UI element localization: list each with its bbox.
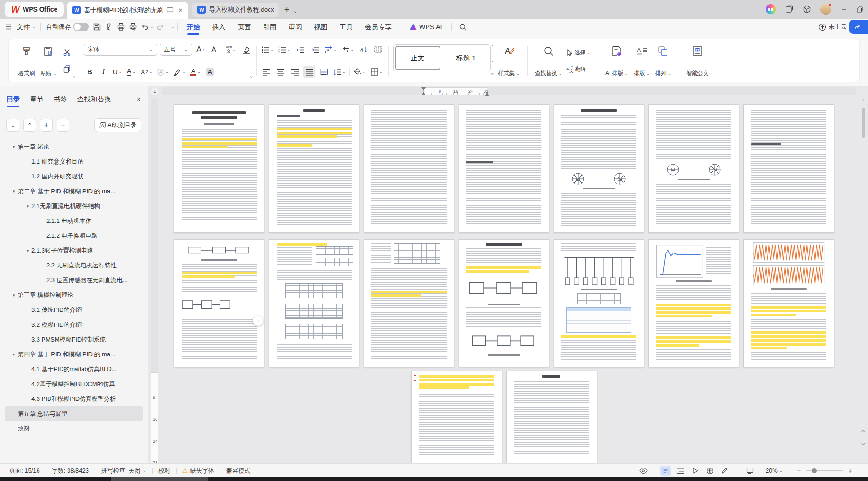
- line-spacing-button[interactable]: ⌄: [332, 66, 347, 78]
- shading-bucket-icon[interactable]: ⌄: [352, 66, 367, 78]
- missing-font-warning[interactable]: ⚠缺失字体: [176, 467, 220, 475]
- arrange-button[interactable]: 排列⌄: [653, 43, 674, 78]
- minimize-icon[interactable]: [841, 6, 847, 13]
- page-thumbnail[interactable]: [554, 104, 644, 233]
- toc-item[interactable]: 2.2 无刷直流电机运行特性: [5, 258, 143, 273]
- share-button[interactable]: [849, 20, 868, 34]
- menu-视图[interactable]: 视图: [308, 19, 333, 35]
- ai-assistant-icon[interactable]: [766, 4, 776, 14]
- fit-window-icon[interactable]: [744, 466, 755, 476]
- doc-tab-active[interactable]: W 基于模糊PID控制实现的无刷 ✕: [67, 2, 188, 19]
- decrease-indent-icon[interactable]: [294, 44, 306, 56]
- copy-icon[interactable]: [61, 63, 73, 75]
- page-view-icon[interactable]: [660, 466, 671, 476]
- menu-WPS AI[interactable]: WPS AI: [404, 19, 448, 35]
- style-scroll-down-icon[interactable]: ⌄: [491, 58, 495, 63]
- horizontal-ruler[interactable]: 8162432: [162, 87, 856, 95]
- style-scroll-up-icon[interactable]: ⌃: [491, 45, 495, 49]
- outline-view-icon[interactable]: [675, 466, 686, 476]
- next-page-icon[interactable]: ︾: [860, 442, 867, 452]
- toc-item[interactable]: 1.1 研究意义和目的: [5, 154, 143, 169]
- toc-item[interactable]: ▼2.1无刷直流电机硬件结构: [5, 199, 143, 214]
- font-name-select[interactable]: 宋体⌄: [84, 44, 157, 56]
- zoom-out-button[interactable]: −: [795, 467, 803, 475]
- menu-插入[interactable]: 插入: [206, 19, 232, 35]
- style-more-icon[interactable]: ≡: [491, 72, 495, 76]
- print-icon[interactable]: [115, 21, 127, 33]
- select-button[interactable]: 选择⌄: [566, 49, 591, 57]
- zoom-level[interactable]: 20%⌄: [766, 467, 783, 474]
- page-thumbnail[interactable]: [554, 239, 644, 367]
- compatibility-mode[interactable]: 兼容模式: [220, 467, 256, 475]
- page-thumbnail[interactable]: [648, 104, 739, 233]
- phonetic-guide-icon[interactable]: wén文⌄: [225, 44, 238, 56]
- toc-item[interactable]: 2.1.1 电动机本体: [5, 214, 143, 228]
- align-right-icon[interactable]: [289, 66, 301, 78]
- page-thumbnail[interactable]: [459, 239, 549, 367]
- justify-icon[interactable]: [303, 66, 315, 78]
- toc-item[interactable]: ▼第一章 绪论: [5, 139, 143, 154]
- page-thumbnail[interactable]: [459, 104, 549, 233]
- toc-zoom-in-button[interactable]: +: [40, 119, 53, 132]
- style-normal[interactable]: 正文: [395, 46, 440, 70]
- toc-collapse-all-button[interactable]: ⌃: [23, 119, 36, 132]
- doc-tab-inactive[interactable]: W 导入模糊文件教程.docx: [192, 3, 278, 17]
- char-border-button[interactable]: A⌄: [126, 66, 138, 78]
- sort-icon[interactable]: A: [358, 44, 370, 56]
- zoom-slider[interactable]: [806, 470, 843, 471]
- user-avatar[interactable]: [820, 4, 831, 15]
- increase-indent-icon[interactable]: [308, 44, 321, 56]
- save-icon[interactable]: [91, 21, 103, 33]
- undo-chevron-icon[interactable]: ⌄: [151, 25, 155, 29]
- new-tab-button[interactable]: +: [284, 5, 289, 15]
- decrease-font-icon[interactable]: A−: [210, 44, 222, 56]
- toc-item[interactable]: ▼第三章 模糊控制理论: [5, 288, 143, 303]
- cut-icon[interactable]: [61, 46, 73, 58]
- first-line-indent-marker[interactable]: [421, 87, 426, 91]
- monitor-icon[interactable]: [166, 7, 174, 13]
- dialog-launcher-icon[interactable]: ↘: [249, 75, 252, 79]
- menu-页面[interactable]: 页面: [232, 19, 257, 35]
- web-view-icon[interactable]: [704, 466, 716, 476]
- scroll-up-icon[interactable]: ⌃: [861, 99, 866, 105]
- toc-expand-arrow-icon[interactable]: ▼: [10, 353, 18, 357]
- toc-item[interactable]: 3.3 PMSM模糊PID控制系统: [5, 332, 143, 347]
- bold-button[interactable]: B: [84, 66, 96, 78]
- page-thumbnail[interactable]: [269, 239, 359, 367]
- format-painter-button[interactable]: 格式刷: [15, 43, 38, 78]
- sidebar-tab-查找和替换[interactable]: 查找和替换: [77, 95, 111, 104]
- layout-button[interactable]: A 排版⌄: [631, 43, 653, 78]
- sidebar-tab-章节[interactable]: 章节: [30, 95, 44, 104]
- close-tab-icon[interactable]: ✕: [177, 7, 183, 13]
- font-color-button[interactable]: A⌄: [189, 66, 202, 78]
- toc-expand-arrow-icon[interactable]: ▼: [24, 249, 31, 253]
- page-thumbnail[interactable]: [648, 239, 739, 367]
- bullet-list-button[interactable]: ⌄: [260, 44, 275, 56]
- toc-item[interactable]: 2.1.2 电子换相电路: [5, 228, 143, 243]
- toc-item[interactable]: ▼第二章 基于 PID 和模糊 PID 的 ma...: [5, 184, 143, 199]
- left-indent-marker[interactable]: [421, 92, 426, 95]
- toc-item[interactable]: 4.2基于模糊控制BLDCM的仿真: [5, 377, 143, 392]
- scrollbar-thumb[interactable]: [862, 108, 865, 138]
- page-grid-icon[interactable]: [372, 44, 384, 56]
- page-indicator[interactable]: 页面: 15/16: [9, 467, 46, 475]
- italic-button[interactable]: I: [98, 66, 110, 78]
- document-canvas[interactable]: L 8162432 8162432 › ⌃ ︽ ︾: [148, 86, 868, 463]
- style-set-button[interactable]: A 样式集⌄: [495, 43, 522, 78]
- toc-item[interactable]: 第五章 总结与展望: [5, 406, 143, 421]
- sidebar-tab-目录[interactable]: 目录: [6, 95, 20, 104]
- toc-item[interactable]: ▼2.1.3转子位置检测电路: [5, 243, 143, 258]
- ai-layout-button[interactable]: AI 排版⌄: [603, 43, 631, 78]
- toc-item[interactable]: 致谢: [5, 421, 143, 436]
- dialog-launcher-icon[interactable]: ↘: [72, 75, 76, 79]
- toc-item[interactable]: 1.2 国内外研究现状: [5, 169, 143, 184]
- previous-page-icon[interactable]: ︽: [860, 427, 867, 437]
- menu-审阅[interactable]: 审阅: [283, 19, 308, 35]
- style-heading1[interactable]: 标题 1: [442, 45, 490, 71]
- tab-list-chevron-icon[interactable]: ⌄: [293, 8, 297, 14]
- page-thumbnail[interactable]: [364, 104, 454, 233]
- toc-item[interactable]: 4.1 基于PID的matlab仿真BLD...: [5, 362, 143, 377]
- quickbar-chevron-icon[interactable]: ⌄: [171, 25, 175, 29]
- toc-expand-arrow-icon[interactable]: ▼: [10, 190, 18, 194]
- ai-recognize-toc-button[interactable]: A AI识别目录: [94, 118, 141, 132]
